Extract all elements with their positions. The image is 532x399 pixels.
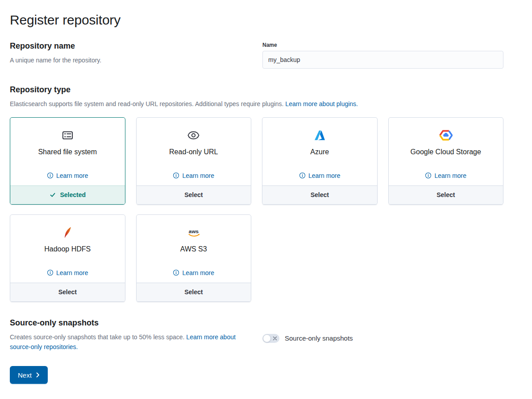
learn-more-label: Learn more — [182, 172, 214, 179]
name-field-label: Name — [262, 42, 503, 48]
repo-card-azure[interactable]: Azure Learn more Select — [262, 117, 378, 205]
learn-more-link[interactable]: Learn more — [47, 172, 88, 179]
card-select-button[interactable]: Select — [137, 185, 251, 204]
card-action-label: Select — [184, 191, 203, 198]
repo-card-read-only-url[interactable]: Read-only URL Learn more Select — [136, 117, 252, 205]
repository-name-info: Repository name A unique name for the re… — [10, 41, 251, 66]
source-only-description-text: Creates source-only snapshots that take … — [10, 333, 186, 341]
check-icon — [49, 191, 56, 198]
repo-card-hadoop-hdfs[interactable]: Hadoop HDFS Learn more Select — [10, 214, 125, 302]
info-icon — [299, 172, 306, 179]
source-only-toggle-label: Source-only snapshots — [285, 334, 353, 342]
learn-more-plugins-link[interactable]: Learn more about plugins. — [285, 100, 358, 107]
info-icon — [47, 172, 54, 179]
repo-card-title: Google Cloud Storage — [411, 148, 481, 157]
aws-icon: aws — [186, 226, 202, 239]
card-action-label: Select — [58, 288, 77, 296]
card-action-label: Select — [184, 288, 203, 296]
storage-icon — [62, 129, 74, 141]
repository-type-description-text: Elasticsearch supports file system and r… — [10, 100, 285, 107]
repository-type-heading: Repository type — [10, 85, 503, 95]
chevron-right-icon — [36, 372, 40, 378]
eye-icon — [187, 129, 200, 141]
page-title: Register repository — [10, 12, 503, 29]
register-repository-page: Register repository Repository name A un… — [0, 0, 513, 397]
learn-more-link[interactable]: Learn more — [173, 269, 214, 276]
repository-name-heading: Repository name — [10, 41, 251, 51]
card-action-label: Select — [436, 191, 455, 198]
repo-card-title: AWS S3 — [180, 245, 207, 254]
azure-icon — [314, 129, 326, 141]
repo-card-title: Read-only URL — [169, 148, 218, 157]
info-icon — [47, 269, 54, 276]
repository-type-description: Elasticsearch supports file system and r… — [10, 99, 503, 109]
repo-card-body: Google Cloud Storage Learn more — [389, 118, 503, 185]
card-select-button[interactable]: Selected — [10, 185, 125, 204]
learn-more-label: Learn more — [56, 269, 88, 276]
repo-card-title: Hadoop HDFS — [44, 245, 91, 254]
learn-more-link[interactable]: Learn more — [425, 172, 466, 179]
learn-more-link[interactable]: Learn more — [47, 269, 88, 276]
source-only-heading: Source-only snapshots — [10, 318, 251, 328]
repo-card-body: Hadoop HDFS Learn more — [10, 215, 125, 283]
repo-card-body: Read-only URL Learn more — [137, 118, 251, 185]
info-icon — [173, 172, 179, 179]
card-action-label: Select — [311, 191, 329, 198]
repo-card-title: Shared file system — [38, 148, 97, 157]
cross-icon — [273, 336, 277, 341]
svg-text:aws: aws — [189, 228, 199, 234]
card-action-label: Selected — [60, 191, 86, 198]
card-select-button[interactable]: Select — [262, 185, 377, 204]
next-button[interactable]: Next — [10, 366, 48, 384]
repo-card-shared-file-system[interactable]: Shared file system Learn more Selected — [10, 117, 125, 205]
repository-name-form: Name — [262, 41, 503, 69]
repo-card-title: Azure — [310, 148, 329, 157]
repository-name-section: Repository name A unique name for the re… — [10, 41, 503, 69]
next-button-label: Next — [18, 371, 32, 379]
learn-more-label: Learn more — [434, 172, 466, 179]
card-select-button[interactable]: Select — [10, 283, 125, 301]
learn-more-label: Learn more — [308, 172, 341, 179]
learn-more-label: Learn more — [56, 172, 88, 179]
repo-card-body: Azure Learn more — [262, 118, 377, 185]
repository-name-description: A unique name for the repository. — [10, 56, 251, 66]
learn-more-label: Learn more — [182, 269, 214, 276]
source-only-toggle-row: Source-only snapshots — [262, 318, 503, 343]
learn-more-link[interactable]: Learn more — [173, 172, 214, 179]
repo-type-grid: Shared file system Learn more Selected — [10, 117, 503, 302]
repo-card-body: Shared file system Learn more — [10, 118, 125, 185]
source-only-section: Source-only snapshots Creates source-onl… — [10, 318, 503, 352]
card-select-button[interactable]: Select — [137, 283, 251, 301]
info-icon — [425, 172, 432, 179]
hadoop-icon — [62, 226, 72, 239]
repo-card-aws-s3[interactable]: aws AWS S3 Learn more — [136, 214, 252, 302]
info-icon — [173, 269, 179, 276]
repository-type-section: Repository type Elasticsearch supports f… — [10, 85, 503, 302]
source-only-description: Creates source-only snapshots that take … — [10, 333, 251, 352]
repo-card-body: aws AWS S3 Learn more — [137, 215, 251, 283]
card-select-button[interactable]: Select — [389, 185, 503, 204]
repository-name-input[interactable] — [262, 51, 503, 69]
source-only-info: Source-only snapshots Creates source-onl… — [10, 318, 251, 352]
learn-more-link[interactable]: Learn more — [299, 172, 341, 179]
gcs-icon — [439, 129, 453, 141]
repo-card-google-cloud-storage[interactable]: Google Cloud Storage Learn more Select — [388, 117, 504, 205]
source-only-toggle[interactable] — [262, 334, 279, 343]
toggle-thumb — [263, 334, 271, 342]
